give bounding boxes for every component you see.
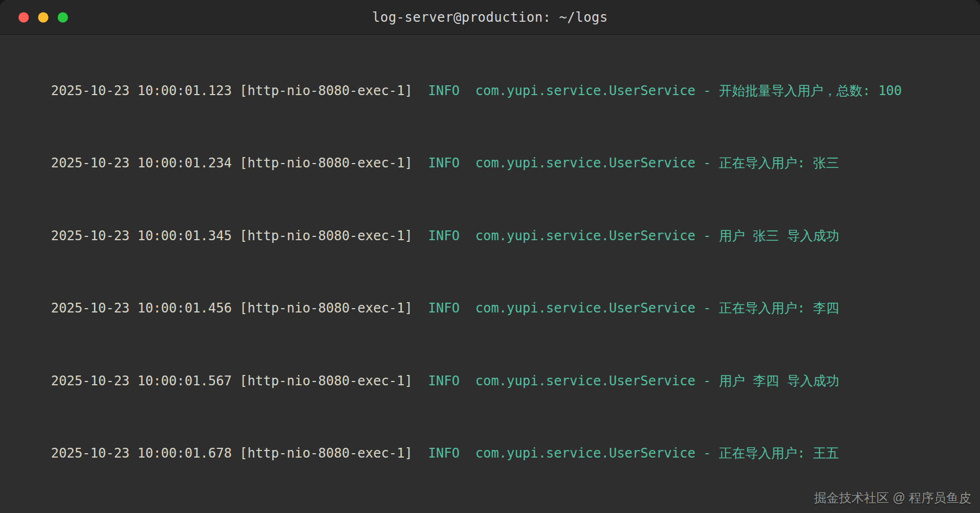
log-timestamp: 2025-10-23 10:00:01.123 [http-nio-8080-e… (51, 83, 429, 98)
zoom-button[interactable] (58, 12, 68, 22)
log-timestamp: 2025-10-23 10:00:01.345 [http-nio-8080-e… (51, 228, 429, 243)
log-level-badge: INFO (428, 155, 460, 171)
log-message: - 正在导入用户: 张三 (696, 155, 839, 171)
log-line: 2025-10-23 10:00:01.567 [http-nio-8080-e… (20, 345, 950, 417)
log-level-badge: INFO (428, 301, 460, 316)
log-line: 2025-10-23 10:00:01.234 [http-nio-8080-e… (20, 127, 950, 200)
log-logger-name: com.yupi.service.UserService (460, 446, 695, 461)
log-line: 2025-10-23 10:00:01.678 [http-nio-8080-e… (20, 417, 950, 490)
log-timestamp: 2025-10-23 10:00:01.234 [http-nio-8080-e… (51, 155, 429, 171)
log-logger-name: com.yupi.service.UserService (460, 83, 695, 98)
log-level-badge: INFO (428, 83, 460, 98)
log-line: 2025-10-23 10:00:01.789 [http-nio-8080-e… (20, 490, 950, 513)
log-logger-name: com.yupi.service.UserService (460, 155, 695, 171)
close-button[interactable] (18, 12, 29, 22)
traffic-lights (18, 12, 68, 22)
log-level-badge: INFO (428, 446, 460, 461)
log-logger-name: com.yupi.service.UserService (460, 228, 695, 243)
minimize-button[interactable] (38, 12, 48, 22)
log-message: - 用户 李四 导入成功 (696, 373, 839, 389)
log-timestamp: 2025-10-23 10:00:01.456 [http-nio-8080-e… (51, 301, 429, 316)
log-level-badge: INFO (428, 228, 460, 243)
log-level-badge: INFO (428, 373, 460, 389)
window-title: log-server@production: ~/logs (372, 10, 608, 25)
log-message: - 用户 张三 导入成功 (696, 228, 839, 243)
log-line: 2025-10-23 10:00:01.456 [http-nio-8080-e… (20, 272, 950, 345)
log-logger-name: com.yupi.service.UserService (460, 301, 695, 316)
log-line: 2025-10-23 10:00:01.345 [http-nio-8080-e… (20, 199, 950, 272)
log-message: - 正在导入用户: 王五 (696, 446, 839, 461)
log-line: 2025-10-23 10:00:01.123 [http-nio-8080-e… (20, 54, 950, 127)
log-message: - 开始批量导入用户，总数: 100 (696, 83, 902, 98)
log-message: - 正在导入用户: 李四 (696, 301, 839, 316)
log-area[interactable]: 2025-10-23 10:00:01.123 [http-nio-8080-e… (0, 35, 980, 513)
log-timestamp: 2025-10-23 10:00:01.678 [http-nio-8080-e… (51, 446, 429, 461)
titlebar[interactable]: log-server@production: ~/logs (0, 0, 980, 35)
log-timestamp: 2025-10-23 10:00:01.567 [http-nio-8080-e… (51, 373, 429, 389)
log-logger-name: com.yupi.service.UserService (460, 373, 695, 389)
terminal-window: log-server@production: ~/logs 2025-10-23… (0, 0, 980, 513)
